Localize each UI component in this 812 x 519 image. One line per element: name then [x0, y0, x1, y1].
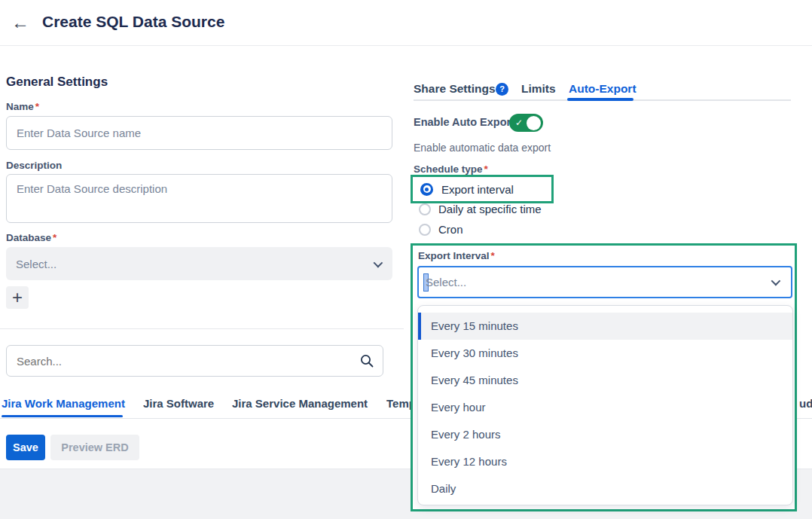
required-asterisk: * [53, 232, 56, 243]
option-every-45-minutes[interactable]: Every 45 minutes [418, 367, 792, 394]
interval-options-listbox: Every 15 minutes Every 30 minutes Every … [417, 305, 793, 505]
schedule-type-label: Schedule type* [414, 163, 488, 175]
tab-share-settings[interactable]: Share Settings [414, 82, 496, 96]
help-icon[interactable]: ? [496, 83, 508, 96]
auto-export-tab-underline [567, 98, 633, 101]
database-label-text: Database [6, 232, 51, 243]
general-settings-heading: General Settings [6, 75, 108, 90]
database-select[interactable]: Select... [6, 247, 392, 280]
chevron-down-icon [771, 276, 781, 286]
check-icon: ✓ [515, 117, 523, 129]
option-daily[interactable]: Daily [418, 475, 792, 502]
page-header: ← Create SQL Data Source [0, 0, 812, 46]
enable-auto-export-toggle[interactable]: ✓ [509, 114, 543, 132]
database-select-value: Select... [16, 258, 374, 270]
option-every-2-hours[interactable]: Every 2 hours [418, 421, 792, 448]
auto-export-helper-text: Enable automatic data export [414, 142, 551, 154]
option-every-15-minutes[interactable]: Every 15 minutes [418, 313, 792, 340]
tab-jira-work-management[interactable]: Jira Work Management [2, 397, 125, 410]
export-interval-label: Export Interval* [418, 250, 495, 261]
name-label-text: Name [6, 101, 34, 112]
radio-daily-at-specific-time[interactable] [419, 203, 431, 215]
radio-export-interval[interactable] [420, 183, 433, 196]
preview-erd-button[interactable]: Preview ERD [50, 435, 139, 460]
required-asterisk: * [491, 250, 495, 261]
page-title: Create SQL Data Source [42, 13, 224, 31]
description-label: Description [6, 160, 62, 171]
tab-auto-export[interactable]: Auto-Export [569, 82, 636, 96]
schedule-type-label-text: Schedule type [414, 163, 483, 175]
database-label: Database* [6, 232, 56, 243]
required-asterisk: * [35, 101, 39, 112]
name-label: Name* [6, 101, 39, 112]
combobox-placeholder: Select... [426, 276, 466, 289]
radio-daily-label[interactable]: Daily at specific time [438, 203, 542, 215]
option-every-hour[interactable]: Every hour [418, 394, 792, 421]
search-icon [359, 353, 374, 368]
search-field [6, 345, 383, 377]
active-tab-underline [2, 415, 123, 417]
create-sql-data-source-page: ← Create SQL Data Source General Setting… [0, 0, 812, 519]
export-interval-label-text: Export Interval [418, 250, 490, 261]
enable-auto-export-label: Enable Auto Export [414, 116, 514, 128]
radio-export-interval-label[interactable]: Export interval [441, 183, 514, 196]
search-input[interactable] [6, 345, 383, 377]
export-interval-combobox[interactable]: Select... [417, 266, 792, 298]
tab-jira-software[interactable]: Jira Software [143, 397, 214, 410]
chevron-down-icon [374, 258, 383, 267]
tab-fragment-right[interactable]: udge [799, 397, 812, 410]
save-button[interactable]: Save [6, 435, 45, 460]
option-every-30-minutes[interactable]: Every 30 minutes [418, 340, 792, 367]
radio-cron[interactable] [419, 224, 431, 236]
radio-cron-label[interactable]: Cron [438, 223, 463, 236]
option-every-12-hours[interactable]: Every 12 hours [418, 448, 792, 475]
tab-limits[interactable]: Limits [521, 82, 556, 96]
back-arrow-icon[interactable]: ← [11, 14, 29, 32]
description-textarea[interactable] [6, 174, 392, 223]
export-interval-radio-highlight: Export interval [411, 175, 554, 203]
export-interval-section-highlight: Export Interval* Select... Every 15 minu… [411, 243, 797, 511]
section-divider [0, 328, 404, 329]
required-asterisk: * [484, 163, 488, 175]
toggle-knob [527, 116, 541, 130]
name-input[interactable] [6, 116, 392, 150]
tab-jira-service-management[interactable]: Jira Service Management [232, 397, 368, 410]
add-database-button[interactable]: + [6, 286, 29, 309]
